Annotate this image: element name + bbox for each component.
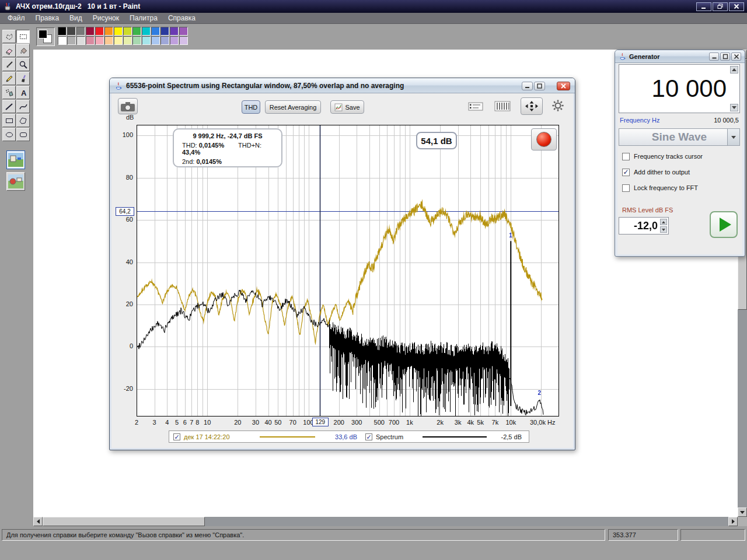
color-swatch[interactable] xyxy=(132,27,141,36)
selection-opaque-icon[interactable] xyxy=(6,150,25,169)
color-swatch[interactable] xyxy=(114,27,123,36)
current-colors[interactable] xyxy=(36,27,55,46)
frequency-up-icon[interactable] xyxy=(730,66,738,74)
color-swatch[interactable] xyxy=(58,27,67,36)
h2-value: 0,0145% xyxy=(196,158,221,165)
color-swatch[interactable] xyxy=(86,27,95,36)
rms-up-icon[interactable] xyxy=(660,219,667,225)
generator-close-icon[interactable] xyxy=(731,52,741,61)
close-icon[interactable] xyxy=(729,2,744,11)
paint-titlebar[interactable]: АЧХ отрем.10гдш-2 10 и 1 вт - Paint xyxy=(0,0,747,13)
legend-checkbox[interactable]: ✓ xyxy=(365,433,372,440)
tool-line[interactable] xyxy=(2,100,16,113)
tool-free-select[interactable] xyxy=(2,30,16,43)
generator-option[interactable]: Frequency tracks cursor xyxy=(622,152,703,161)
color-swatch[interactable] xyxy=(151,27,160,36)
generator-maximize-icon[interactable] xyxy=(720,52,730,61)
tool-eraser[interactable] xyxy=(2,44,16,57)
tool-brush[interactable] xyxy=(16,72,30,85)
color-swatch[interactable] xyxy=(86,36,95,45)
menu-Файл[interactable]: Файл xyxy=(2,13,30,23)
color-swatch[interactable] xyxy=(123,36,132,45)
generator-option[interactable]: Lock frequency to FFT xyxy=(622,183,698,192)
color-swatch[interactable] xyxy=(132,36,141,45)
rta-minimize-icon[interactable] xyxy=(522,82,533,90)
tool-pencil[interactable] xyxy=(2,72,16,85)
scroll-down-icon[interactable] xyxy=(738,508,747,517)
restore-icon[interactable] xyxy=(713,2,728,11)
gear-icon[interactable] xyxy=(551,99,564,112)
color-swatch[interactable] xyxy=(179,27,188,36)
color-swatch[interactable] xyxy=(123,27,132,36)
rta-maximize-icon[interactable] xyxy=(534,82,545,90)
color-swatch[interactable] xyxy=(160,36,169,45)
generator-titlebar[interactable]: Generator xyxy=(615,50,745,63)
save-button[interactable]: Save xyxy=(330,100,364,114)
color-swatch[interactable] xyxy=(179,36,188,45)
tool-airbrush[interactable] xyxy=(2,86,16,99)
scroll-right-icon[interactable] xyxy=(728,517,738,526)
spectrum-plot[interactable]: 9 999,2 Hz, -24,7 dB FS THD: 0,0145% THD… xyxy=(137,125,559,416)
cursor-readout-icon[interactable] xyxy=(467,100,484,112)
thd-button[interactable]: THD xyxy=(242,100,260,114)
tool-ellipse[interactable] xyxy=(2,128,16,141)
spectrogram-icon[interactable] xyxy=(494,100,511,113)
menu-Палитра[interactable]: Палитра xyxy=(124,13,163,23)
tool-fill[interactable] xyxy=(16,44,30,57)
tool-color-picker[interactable] xyxy=(2,58,16,71)
chevron-down-icon[interactable] xyxy=(727,129,739,145)
scroll-left-icon[interactable] xyxy=(33,517,43,526)
rta-titlebar[interactable]: 65536-point Spectrum using Rectangular w… xyxy=(110,78,575,93)
legend-checkbox[interactable]: ✓ xyxy=(173,433,180,440)
selection-transparent-icon[interactable] xyxy=(6,172,25,191)
play-button[interactable] xyxy=(710,211,738,238)
menu-Правка[interactable]: Правка xyxy=(30,13,65,23)
color-swatch[interactable] xyxy=(142,36,151,45)
checkbox-unchecked-icon[interactable] xyxy=(622,153,630,160)
generator-minimize-icon[interactable] xyxy=(709,52,719,61)
color-swatch[interactable] xyxy=(76,27,85,36)
pan-zoom-icon[interactable] xyxy=(521,97,543,115)
tool-rectangle[interactable] xyxy=(2,114,16,127)
reset-averaging-button[interactable]: Reset Averaging xyxy=(265,100,321,114)
horizontal-scrollbar[interactable] xyxy=(33,517,738,526)
waveform-select[interactable]: Sine Wave xyxy=(619,128,740,146)
color-swatch[interactable] xyxy=(160,27,169,36)
tool-magnifier[interactable] xyxy=(16,58,30,71)
rms-level-field[interactable]: -12,0 xyxy=(619,217,669,235)
color-swatch[interactable] xyxy=(170,36,179,45)
spectrum-canvas[interactable] xyxy=(137,125,559,416)
thd-label: THD: xyxy=(182,142,197,149)
checkbox-checked-icon[interactable]: ✓ xyxy=(622,169,630,176)
menu-Вид[interactable]: Вид xyxy=(64,13,88,23)
tool-polygon[interactable] xyxy=(16,114,30,127)
rta-close-icon[interactable] xyxy=(557,82,570,90)
color-swatch[interactable] xyxy=(170,27,179,36)
record-button[interactable] xyxy=(531,128,557,150)
color-swatch[interactable] xyxy=(95,36,104,45)
horizontal-scroll-thumb[interactable] xyxy=(43,517,205,526)
frequency-down-icon[interactable] xyxy=(730,104,738,111)
rms-down-icon[interactable] xyxy=(660,226,667,233)
color-swatch[interactable] xyxy=(67,27,76,36)
color-swatch[interactable] xyxy=(104,36,113,45)
color-swatch[interactable] xyxy=(104,27,113,36)
tool-rounded-rectangle[interactable] xyxy=(16,128,30,141)
frequency-display[interactable]: 10 000 xyxy=(619,64,740,113)
menu-Справка[interactable]: Справка xyxy=(163,13,201,23)
color-swatch[interactable] xyxy=(151,36,160,45)
capture-button[interactable] xyxy=(118,98,138,114)
tool-curve[interactable] xyxy=(16,100,30,113)
menu-Рисунок[interactable]: Рисунок xyxy=(88,13,124,23)
color-swatch[interactable] xyxy=(142,27,151,36)
checkbox-unchecked-icon[interactable] xyxy=(622,184,630,192)
color-swatch[interactable] xyxy=(76,36,85,45)
color-swatch[interactable] xyxy=(114,36,123,45)
tool-rect-select[interactable] xyxy=(16,30,30,43)
color-swatch[interactable] xyxy=(58,36,67,45)
color-swatch[interactable] xyxy=(67,36,76,45)
color-swatch[interactable] xyxy=(95,27,104,36)
tool-text[interactable]: A xyxy=(16,86,30,99)
minimize-icon[interactable] xyxy=(696,2,711,11)
generator-option[interactable]: ✓Add dither to output xyxy=(622,167,690,177)
